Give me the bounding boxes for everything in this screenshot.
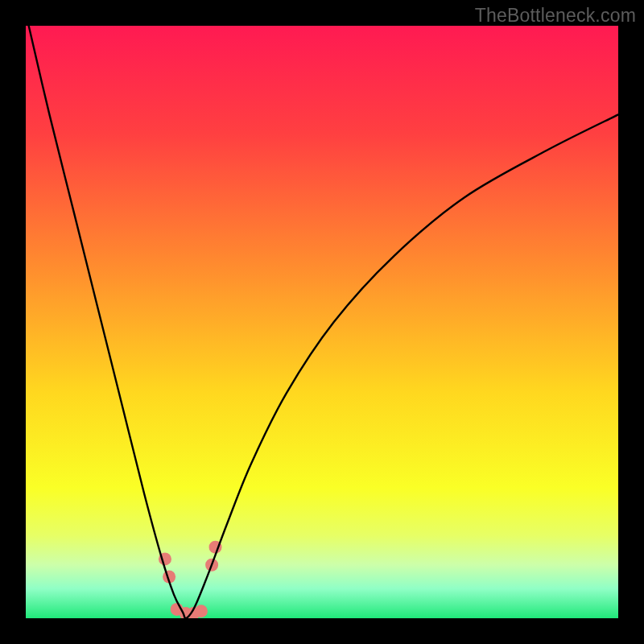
- chart-frame: TheBottleneck.com: [0, 0, 644, 644]
- marker-dot: [195, 605, 208, 617]
- curve-layer: [26, 26, 618, 618]
- watermark-text: TheBottleneck.com: [475, 5, 636, 27]
- plot-area: [26, 26, 618, 618]
- bottleneck-curve: [29, 26, 618, 618]
